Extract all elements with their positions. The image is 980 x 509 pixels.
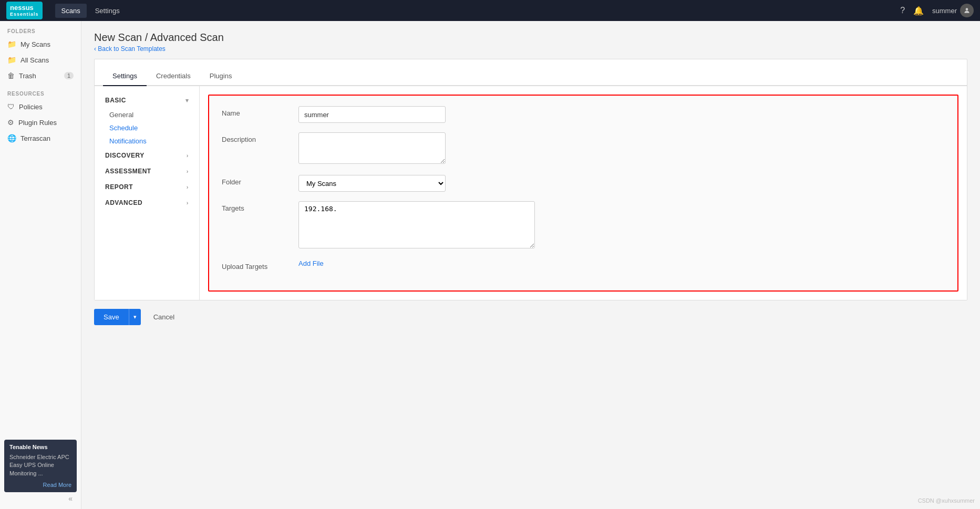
folder-select[interactable]: My Scans All Scans [298,175,446,192]
page-title: New Scan / Advanced Scan [94,32,967,44]
form-section-advanced[interactable]: ADVANCED › [95,195,199,211]
description-input-wrap [298,132,945,165]
form-content: Name Description Folder [208,95,958,292]
logo-subtext: Essentials [10,12,39,17]
save-button[interactable]: Save [94,309,129,325]
form-section-basic[interactable]: BASIC ▾ [95,92,199,108]
sidebar-collapse[interactable]: « [4,492,77,505]
description-label: Description [222,132,290,143]
main-layout: FOLDERS 📁 My Scans 📁 All Scans 🗑 Trash 1… [0,21,980,509]
form-section-report[interactable]: REPORT › [95,179,199,195]
sidebar-item-plugin-rules[interactable]: ⚙ Plugin Rules [0,115,81,130]
tab-settings[interactable]: Settings [103,67,147,86]
logo-text: nessus [10,4,34,12]
save-dropdown-button[interactable]: ▾ [129,309,141,325]
sidebar-item-policies[interactable]: 🛡 Policies [0,99,81,115]
sidebar-item-trash[interactable]: 🗑 Trash 1 [0,68,81,84]
page-header: New Scan / Advanced Scan ‹ Back to Scan … [94,32,967,53]
name-label: Name [222,106,290,117]
sidebar-item-label: My Scans [20,40,50,48]
sidebar-item-my-scans[interactable]: 📁 My Scans [0,36,81,52]
form-sub-notifications[interactable]: Notifications [95,134,199,148]
basic-section-label: BASIC [105,97,126,104]
watermark: CSDN @xuhxsummer [918,497,975,504]
nav-scans[interactable]: Scans [55,4,87,18]
form-sidebar: BASIC ▾ General Schedule Notifications D… [95,86,200,300]
folder-icon: 📁 [7,40,16,48]
report-chevron: › [187,184,189,190]
tab-plugins[interactable]: Plugins [200,67,242,86]
name-input-wrap [298,106,945,123]
top-nav-right: ? 🔔 summer [900,4,974,17]
upload-input-wrap: Add File [298,259,945,267]
sidebar-item-terrascan[interactable]: 🌐 Terrascan [0,130,81,146]
targets-row: Targets 192.168. [222,201,945,250]
sidebar-item-label: Plugin Rules [18,119,57,127]
sidebar-item-label: Trash [19,72,36,80]
cancel-button[interactable]: Cancel [146,309,182,325]
tenable-news: Tenable News Schneider Electric APC Easy… [4,440,77,492]
name-input[interactable] [298,106,446,123]
logo-box: nessus Essentials [6,2,43,19]
sidebar-bottom: Tenable News Schneider Electric APC Easy… [0,434,81,509]
report-label: REPORT [105,183,133,191]
sidebar: FOLDERS 📁 My Scans 📁 All Scans 🗑 Trash 1… [0,21,81,509]
targets-label: Targets [222,201,290,212]
top-nav: nessus Essentials Scans Settings ? 🔔 sum… [0,0,980,21]
form-panel: BASIC ▾ General Schedule Notifications D… [95,86,967,300]
save-button-group: Save ▾ [94,309,141,325]
plugin-icon: ⚙ [7,118,14,127]
breadcrumb[interactable]: ‹ Back to Scan Templates [94,45,166,53]
sidebar-item-label: Policies [19,103,43,111]
read-more-container: Read More [9,482,71,488]
settings-tabs: Settings Credentials Plugins [95,67,967,86]
user-button[interactable]: summer [932,4,974,17]
trash-icon: 🗑 [7,71,15,80]
sidebar-item-label: Terrascan [20,134,50,142]
folder-label: Folder [222,175,290,186]
tenable-news-title: Tenable News [9,444,71,450]
help-icon[interactable]: ? [900,6,905,15]
username-label: summer [932,7,957,15]
folders-label: FOLDERS [0,21,81,36]
folder-row: Folder My Scans All Scans [222,175,945,192]
assessment-label: ASSESSMENT [105,168,151,175]
form-section-assessment[interactable]: ASSESSMENT › [95,163,199,179]
tab-credentials[interactable]: Credentials [147,67,200,86]
upload-row: Upload Targets Add File [222,259,945,271]
folder-select-wrap: My Scans All Scans [298,175,945,192]
tenable-news-body: Schneider Electric APC Easy UPS Online M… [9,453,71,477]
discovery-label: DISCOVERY [105,152,145,159]
targets-textarea[interactable]: 192.168. [298,201,535,248]
discovery-chevron: › [187,152,189,159]
targets-input-wrap: 192.168. [298,201,945,250]
resources-label: RESOURCES [0,84,81,99]
content-area: New Scan / Advanced Scan ‹ Back to Scan … [81,21,980,509]
terrascan-icon: 🌐 [7,134,16,142]
policies-icon: 🛡 [7,102,15,111]
logo: nessus Essentials [6,2,43,19]
sidebar-item-label: All Scans [20,56,49,64]
folder-icon: 📁 [7,56,16,64]
advanced-label: ADVANCED [105,199,142,206]
top-nav-links: Scans Settings [55,4,126,18]
description-textarea[interactable] [298,132,446,164]
description-row: Description [222,132,945,165]
bell-icon[interactable]: 🔔 [913,6,924,16]
assessment-chevron: › [187,168,189,174]
advanced-chevron: › [187,200,189,206]
trash-badge: 1 [64,72,74,79]
avatar [960,4,974,17]
sidebar-item-all-scans[interactable]: 📁 All Scans [0,52,81,68]
svg-point-0 [966,8,968,11]
read-more-link[interactable]: Read More [43,482,71,488]
form-section-discovery[interactable]: DISCOVERY › [95,148,199,163]
nav-settings[interactable]: Settings [89,4,126,18]
form-sub-schedule[interactable]: Schedule [95,121,199,134]
form-footer: Save ▾ Cancel [94,300,967,325]
basic-chevron: ▾ [185,97,189,104]
form-sub-general[interactable]: General [95,108,199,121]
name-row: Name [222,106,945,123]
upload-label: Upload Targets [222,259,290,271]
add-file-link[interactable]: Add File [298,259,324,267]
